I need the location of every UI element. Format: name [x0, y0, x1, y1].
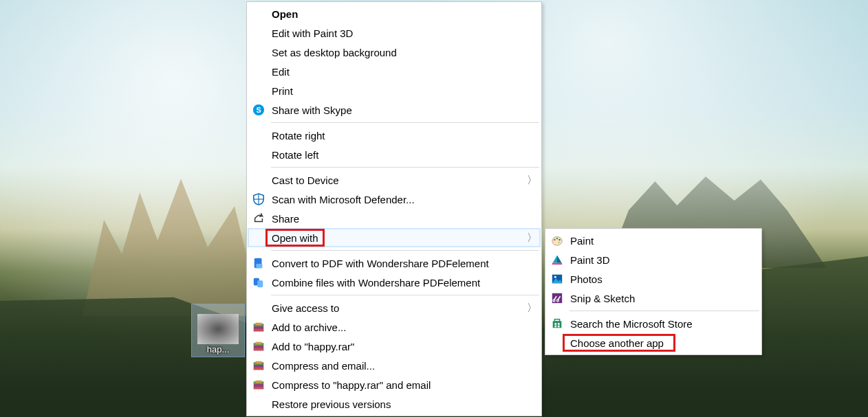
paint-icon — [550, 234, 564, 247]
svg-point-25 — [554, 239, 556, 241]
svg-rect-7 — [257, 280, 263, 287]
svg-rect-19 — [256, 361, 262, 364]
menu-add-to-named-rar[interactable]: Add to "happy.rar" — [248, 337, 541, 356]
svg-point-27 — [558, 239, 561, 241]
pdf-combine-icon — [252, 275, 265, 289]
menu-restore-previous-versions[interactable]: Restore previous versions — [248, 394, 541, 414]
svg-rect-5 — [256, 264, 262, 268]
menu-open-with-label: Open with — [272, 232, 318, 244]
submenu-paint3d-label: Paint 3D — [570, 254, 610, 266]
submenu-search-ms-store-label: Search the Microsoft Store — [570, 318, 693, 330]
submenu-search-ms-store[interactable]: Search the Microsoft Store — [546, 314, 761, 333]
menu-compress-named-email[interactable]: Compress to "happy.rar" and email — [248, 375, 541, 394]
menu-print-label: Print — [272, 85, 293, 97]
submenu-paint[interactable]: Paint — [546, 231, 761, 250]
winrar-icon — [252, 339, 265, 353]
menu-rotate-left[interactable]: Rotate left — [248, 145, 541, 164]
menu-pdf-combine[interactable]: Combine files with Wondershare PDFelemen… — [248, 273, 541, 292]
menu-set-desktop-bg[interactable]: Set as desktop background — [248, 43, 541, 62]
svg-rect-31 — [552, 263, 562, 265]
menu-share-skype-label: Share with Skype — [272, 104, 352, 116]
svg-rect-43 — [558, 326, 560, 328]
snip-icon — [550, 291, 564, 305]
share-icon — [252, 212, 265, 225]
svg-rect-23 — [256, 381, 262, 383]
svg-point-28 — [558, 241, 560, 243]
menu-give-access-to[interactable]: Give access to 〉 — [248, 298, 541, 317]
file-label: hap... — [192, 344, 244, 357]
defender-icon — [252, 192, 265, 206]
menu-add-to-archive-label: Add to archive... — [272, 322, 346, 333]
menu-compress-email[interactable]: Compress and email... — [248, 356, 541, 375]
file-thumbnail — [197, 314, 239, 344]
pdf-convert-icon — [252, 256, 265, 270]
desktop-file-icon[interactable]: hap... — [191, 304, 245, 357]
menu-rotate-right[interactable]: Rotate right — [248, 126, 541, 145]
menu-separator — [569, 311, 759, 311]
menu-edit-paint3d[interactable]: Edit with Paint 3D — [248, 23, 541, 43]
menu-print[interactable]: Print — [248, 81, 541, 100]
submenu-photos-label: Photos — [570, 273, 603, 285]
submenu-snip-sketch-label: Snip & Sketch — [570, 293, 635, 304]
menu-cast-to-device[interactable]: Cast to Device 〉 — [248, 170, 541, 190]
submenu-arrow-icon: 〉 — [527, 302, 534, 315]
open-with-submenu: Paint Paint 3D Photos Snip & Sketch S — [545, 228, 762, 355]
menu-share-skype[interactable]: S Share with Skype — [248, 100, 541, 120]
msstore-icon — [550, 317, 564, 330]
photos-icon — [550, 272, 564, 286]
menu-separator — [271, 122, 539, 123]
submenu-snip-sketch[interactable]: Snip & Sketch — [546, 289, 761, 308]
submenu-arrow-icon: 〉 — [527, 232, 534, 245]
file-context-menu: Open Edit with Paint 3D Set as desktop b… — [246, 1, 542, 416]
menu-add-to-archive[interactable]: Add to archive... — [248, 317, 541, 337]
menu-open[interactable]: Open — [248, 4, 541, 23]
svg-rect-41 — [558, 323, 560, 325]
svg-rect-42 — [554, 326, 556, 328]
menu-open-label: Open — [272, 8, 298, 20]
menu-scan-defender[interactable]: Scan with Microsoft Defender... — [248, 190, 541, 209]
svg-rect-39 — [554, 319, 559, 322]
skype-icon: S — [252, 103, 265, 117]
menu-set-desktop-bg-label: Set as desktop background — [272, 47, 397, 58]
submenu-choose-another-app[interactable]: Choose another app — [546, 333, 761, 352]
winrar-icon — [252, 320, 265, 334]
desktop-wallpaper: hap... Open Edit with Paint 3D Set as de… — [0, 0, 868, 417]
paint3d-icon — [550, 253, 564, 267]
menu-give-access-to-label: Give access to — [272, 302, 339, 314]
menu-restore-previous-versions-label: Restore previous versions — [272, 398, 391, 410]
menu-pdf-combine-label: Combine files with Wondershare PDFelemen… — [272, 277, 480, 289]
submenu-photos[interactable]: Photos — [546, 269, 761, 289]
svg-marker-30 — [557, 256, 561, 263]
submenu-paint-label: Paint — [570, 235, 594, 247]
menu-edit[interactable]: Edit — [248, 62, 541, 81]
menu-compress-named-email-label: Compress to "happy.rar" and email — [272, 379, 431, 391]
wallpaper-mountain-left — [83, 179, 261, 316]
menu-separator — [271, 250, 539, 251]
menu-pdf-convert[interactable]: Convert to PDF with Wondershare PDFeleme… — [248, 253, 541, 273]
svg-text:S: S — [256, 106, 261, 114]
menu-rotate-left-label: Rotate left — [272, 149, 318, 161]
submenu-paint3d[interactable]: Paint 3D — [546, 250, 761, 269]
svg-rect-14 — [254, 348, 263, 351]
winrar-icon — [252, 359, 265, 372]
menu-cast-to-device-label: Cast to Device — [272, 174, 339, 186]
menu-add-to-named-rar-label: Add to "happy.rar" — [272, 341, 354, 352]
menu-share[interactable]: Share — [248, 209, 541, 228]
menu-pdf-convert-label: Convert to PDF with Wondershare PDFeleme… — [272, 258, 489, 269]
svg-rect-15 — [256, 342, 262, 345]
menu-scan-defender-label: Scan with Microsoft Defender... — [272, 194, 415, 205]
svg-rect-11 — [256, 323, 262, 326]
svg-point-26 — [556, 238, 558, 240]
menu-edit-label: Edit — [272, 66, 290, 78]
svg-rect-18 — [254, 368, 263, 370]
svg-rect-10 — [254, 329, 263, 332]
menu-share-label: Share — [272, 213, 299, 225]
menu-separator — [271, 295, 539, 295]
svg-rect-22 — [254, 387, 263, 390]
svg-rect-40 — [554, 323, 556, 325]
svg-point-34 — [554, 276, 556, 278]
menu-edit-paint3d-label: Edit with Paint 3D — [272, 27, 353, 39]
menu-open-with[interactable]: Open with 〉 — [248, 228, 541, 247]
menu-separator — [271, 167, 539, 168]
winrar-icon — [252, 378, 265, 392]
